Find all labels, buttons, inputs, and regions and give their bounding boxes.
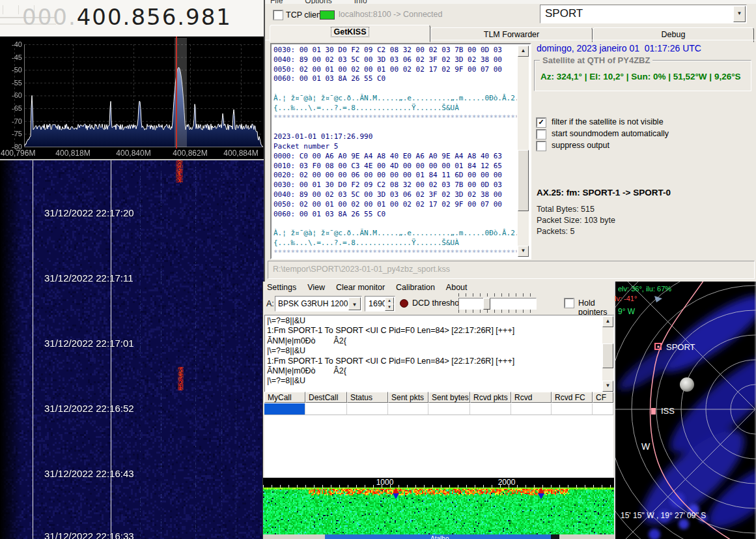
scroll-up-icon[interactable]: ▲ bbox=[602, 316, 613, 327]
chevron-down-icon[interactable]: ▼ bbox=[733, 6, 746, 22]
slider-thumb[interactable] bbox=[483, 298, 490, 310]
hex-log-line: 0030: 00 01 30 D0 F2 09 C2 08 32 00 02 0… bbox=[273, 181, 517, 190]
monitor-panel[interactable]: |\=?=8||&U1:Fm SPORT-1 To SPORT <UI C Pi… bbox=[264, 315, 615, 393]
table-cell[interactable] bbox=[552, 403, 593, 415]
column-header-rcvd-fc[interactable]: Rcvd FC bbox=[552, 392, 593, 403]
option-checkbox[interactable] bbox=[537, 130, 546, 139]
waterfall-timestamp: 31/12/2022 22:16:33 bbox=[44, 531, 134, 539]
satellite-select[interactable]: SPORT ▼ bbox=[540, 5, 747, 23]
monitor-log[interactable]: |\=?=8||&U1:Fm SPORT-1 To SPORT <UI C Pi… bbox=[267, 316, 601, 392]
hex-log-line: 0020: 02 00 00 00 06 00 00 00 00 01 84 1… bbox=[273, 171, 517, 181]
column-header-sent-pkts[interactable]: Sent pkts bbox=[388, 392, 428, 403]
sm-menu-clear-monitor[interactable]: Clear monitor bbox=[336, 283, 385, 292]
taskbar-window-atalho[interactable]: - Atalho bbox=[325, 534, 551, 539]
ax25-header: AX.25: fm: SPORT-1 -> SPORT-0 bbox=[537, 188, 671, 197]
hex-log-line: ****************************************… bbox=[273, 113, 517, 123]
hex-log-line: 0040: 89 00 02 03 5C 00 3D 03 06 02 3F 0… bbox=[273, 190, 517, 200]
column-header-status[interactable]: Status bbox=[347, 392, 388, 403]
option-filter[interactable]: ✓filter if the satellite is not visible bbox=[537, 117, 751, 128]
column-header-rcvd-pkts[interactable]: Rcvd pkts bbox=[470, 392, 511, 403]
scroll-up-icon[interactable]: ▲ bbox=[518, 46, 529, 57]
menu-item-file[interactable]: File bbox=[270, 0, 283, 4]
option-checkbox[interactable]: ✓ bbox=[537, 118, 546, 127]
sm-menu-view[interactable]: View bbox=[307, 283, 325, 292]
spin-down-icon[interactable]: ▼ bbox=[385, 304, 394, 311]
monitor-line: 1:Fm SPORT-1 To SPORT <UI C Pid=F0 Len=8… bbox=[267, 326, 601, 336]
option-start[interactable]: start soundmodem automatically bbox=[537, 129, 751, 139]
column-header-cf[interactable]: CF bbox=[593, 392, 613, 403]
hex-log-line bbox=[273, 219, 517, 229]
tuning-frequency-line[interactable] bbox=[176, 36, 177, 149]
column-header-rcvd-bytes[interactable]: Rcvd bytes bbox=[511, 392, 552, 403]
tracker-3d-view bbox=[615, 282, 756, 539]
table-cell[interactable] bbox=[264, 403, 305, 415]
connections-table: MyCallDestCallStatusSent pktsSent bytesR… bbox=[264, 392, 613, 478]
taskbar-segment bbox=[551, 534, 559, 539]
hex-log-line: 0060: 00 01 03 8A 26 55 C0 bbox=[273, 74, 517, 84]
hex-log-scrollbar[interactable]: ▲ ▼ bbox=[518, 46, 529, 257]
scroll-down-icon[interactable]: ▼ bbox=[518, 246, 529, 257]
tab-getkiss[interactable]: GetKISS bbox=[270, 25, 430, 42]
menu-bar[interactable]: FileOptionsInfo bbox=[265, 0, 756, 4]
dcd-threshold-label: DCD threshold bbox=[412, 299, 466, 308]
stat-line: Total Bytes: 515 bbox=[537, 205, 595, 214]
sdr-frequency-panel: 000.400.856.981 bbox=[0, 0, 267, 37]
sdr-waterfall[interactable]: 31/12/2022 22:17:2031/12/2022 22:17:1131… bbox=[0, 160, 264, 539]
kiss-hex-log-panel[interactable]: 0030: 00 01 30 D0 F2 09 C2 08 32 00 02 0… bbox=[270, 43, 531, 259]
spectrum-y-tick: -45 bbox=[0, 53, 22, 61]
spectrum-y-tick: -75 bbox=[0, 130, 22, 138]
taskbar-sliver: - Atalho bbox=[263, 534, 614, 539]
dcd-threshold-slider[interactable] bbox=[458, 298, 537, 310]
spectrum-plot[interactable] bbox=[0, 36, 264, 158]
scrollbar-thumb[interactable] bbox=[518, 150, 529, 211]
sm-menu-about[interactable]: About bbox=[446, 283, 468, 292]
hex-log-line: À.¦ ž¤¯@à¦ ž¤¯@c.ð..ÃN.M.....„.e........… bbox=[273, 94, 517, 104]
center-frequency-stepper[interactable]: 1690 ▲▼ bbox=[365, 296, 395, 312]
stat-line: Packets: 5 bbox=[537, 227, 574, 236]
modem-select[interactable]: BPSK G3RUH 1200bd ▼ bbox=[275, 296, 362, 312]
waterfall-timestamp: 31/12/2022 22:17:01 bbox=[44, 338, 134, 349]
menu-item-options[interactable]: Options bbox=[305, 0, 331, 4]
soundmodem-window: SettingsViewClear monitorCalibrationAbou… bbox=[262, 282, 614, 539]
kiss-hex-log[interactable]: 0030: 00 01 30 D0 F2 09 C2 08 32 00 02 0… bbox=[273, 46, 517, 257]
table-cell[interactable] bbox=[388, 403, 428, 415]
spectrum-x-tick: 400,840M bbox=[116, 149, 150, 158]
spectrum-analyzer[interactable]: -40-45-50-55-60-65-70-75-80 400,796M400,… bbox=[0, 36, 264, 160]
table-cell[interactable] bbox=[347, 403, 388, 415]
frequency-display[interactable]: 000.400.856.981 bbox=[22, 4, 232, 30]
soundmodem-waterfall[interactable] bbox=[263, 488, 614, 534]
az-el-sun-readout: Az: 324,1° | El: 10,2° | Sun: 0% | 51,52… bbox=[540, 72, 741, 81]
menu-item-info[interactable]: Info bbox=[354, 0, 367, 4]
scrollbar-thumb[interactable] bbox=[602, 343, 613, 368]
tcp-client-checkbox[interactable] bbox=[273, 10, 283, 20]
column-header-destcall[interactable]: DestCall bbox=[305, 392, 347, 403]
monitor-line: ÃNM|e|m0Ðò Â2{ bbox=[267, 336, 601, 346]
sm-menu-calibration[interactable]: Calibration bbox=[396, 283, 435, 292]
table-cell[interactable] bbox=[511, 403, 552, 415]
slider-ticks-top bbox=[458, 293, 537, 297]
telemetry-window: FileOptionsInfo TCP client localhost:810… bbox=[264, 0, 756, 282]
option-suppress[interactable]: suppress output bbox=[537, 141, 751, 151]
iss-marker-icon bbox=[651, 408, 656, 415]
spectrum-y-tick: -55 bbox=[0, 79, 22, 87]
chevron-down-icon[interactable]: ▼ bbox=[348, 297, 361, 310]
compass-west-label: W bbox=[641, 441, 650, 452]
soundmodem-menu-bar[interactable]: SettingsViewClear monitorCalibrationAbou… bbox=[267, 283, 479, 293]
monitor-scrollbar[interactable]: ▲ ▼ bbox=[602, 316, 613, 392]
monitor-line: |\=?=8||&U bbox=[267, 316, 601, 326]
hold-pointers-checkbox[interactable] bbox=[565, 299, 574, 308]
scroll-down-icon[interactable]: ▼ bbox=[602, 381, 613, 392]
option-checkbox[interactable] bbox=[537, 141, 546, 151]
sm-menu-settings[interactable]: Settings bbox=[267, 283, 296, 292]
desktop: 000.400.856.981 -40-45-50-55-60-65-70-75… bbox=[0, 0, 756, 539]
table-cell[interactable] bbox=[470, 403, 511, 415]
iss-label: ISS bbox=[661, 406, 675, 416]
column-header-mycall[interactable]: MyCall bbox=[264, 392, 305, 403]
table-cell[interactable] bbox=[305, 403, 347, 415]
table-cell[interactable] bbox=[428, 403, 470, 415]
column-header-sent-bytes[interactable]: Sent bytes bbox=[428, 392, 470, 403]
waterfall-timestamp: 31/12/2022 22:17:11 bbox=[44, 272, 133, 284]
channel-label: A: bbox=[266, 299, 274, 308]
kss-file-path: R:\tempor\SPORT\2023-01-01_py4zbz_sport.… bbox=[273, 265, 450, 274]
table-cell[interactable] bbox=[593, 403, 613, 415]
